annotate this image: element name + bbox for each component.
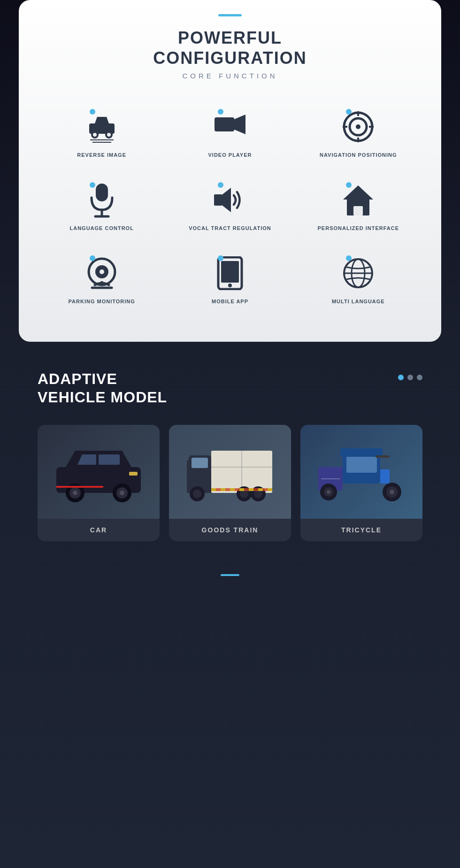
svg-rect-58 <box>211 488 216 491</box>
feature-vocal-tract: VOCAL TRACT REGULATION <box>166 172 294 240</box>
webcam-icon <box>85 257 118 290</box>
card-subtitle: CORE FUNCTION <box>28 72 432 80</box>
feature-language-control: LANGUAGE CONTROL <box>38 172 166 240</box>
svg-rect-59 <box>221 488 225 491</box>
globe-icon <box>342 257 375 290</box>
tricycle-label: TRICYCLE <box>334 519 389 541</box>
svg-rect-61 <box>239 488 244 491</box>
vehicle-card-car[interactable]: CAR <box>38 425 160 541</box>
svg-rect-30 <box>221 261 239 283</box>
adaptive-section: ADAPTIVE VEHICLE MODEL <box>0 342 460 560</box>
svg-rect-69 <box>376 455 390 458</box>
bottom-bar <box>0 560 460 585</box>
adaptive-title: ADAPTIVE VEHICLE MODEL <box>38 370 167 406</box>
svg-point-2 <box>93 133 97 137</box>
feature-dot <box>90 182 95 188</box>
car-reverse-icon <box>85 110 118 143</box>
svg-point-15 <box>356 124 360 129</box>
svg-point-39 <box>73 491 77 495</box>
feature-reverse-image: REVERSE IMAGE <box>38 99 166 167</box>
pagination-dot-2[interactable] <box>407 375 413 380</box>
svg-point-72 <box>390 490 394 494</box>
vocal-tract-label: VOCAL TRACT REGULATION <box>189 225 271 231</box>
tablet-icon <box>216 256 244 290</box>
svg-point-4 <box>107 133 111 137</box>
pagination-dot-1[interactable] <box>398 375 404 380</box>
car-label: CAR <box>83 519 115 541</box>
microphone-icon <box>88 183 116 218</box>
adaptive-header: ADAPTIVE VEHICLE MODEL <box>38 370 422 406</box>
feature-mobile-app: MOBILE APP <box>166 245 294 314</box>
feature-multi-language: MULTI LANGUAGE <box>294 245 422 314</box>
vehicle-image-truck <box>169 425 291 519</box>
svg-point-52 <box>193 490 201 498</box>
feature-parking-monitoring: PARKING MONITORING <box>38 245 166 314</box>
truck-vehicle-icon <box>183 441 277 502</box>
svg-rect-36 <box>99 454 120 465</box>
features-grid: REVERSE IMAGE VIDEO PLAYER <box>28 99 432 314</box>
svg-marker-20 <box>222 188 231 212</box>
svg-rect-47 <box>192 458 208 468</box>
goods-train-label: GOODS TRAIN <box>194 519 266 541</box>
tricycle-vehicle-icon <box>314 441 408 502</box>
reverse-image-label: REVERSE IMAGE <box>77 152 126 158</box>
svg-rect-7 <box>215 117 234 131</box>
navigation-label: NAVIGATION POSITIONING <box>320 152 397 158</box>
parking-monitoring-label: PARKING MONITORING <box>69 299 135 304</box>
svg-point-31 <box>228 284 232 287</box>
personalized-interface-label: PERSONALIZED INTERFACE <box>318 225 399 231</box>
feature-navigation: NAVIGATION POSITIONING <box>294 99 422 167</box>
feature-personalized-interface: PERSONALIZED INTERFACE <box>294 172 422 240</box>
svg-point-26 <box>100 269 104 274</box>
card-title: POWERFUL CONFIGURATION <box>28 28 432 68</box>
feature-video-player: VIDEO PLAYER <box>166 99 294 167</box>
pagination-dots <box>398 370 422 380</box>
svg-rect-63 <box>258 488 263 491</box>
vehicle-image-tricycle <box>300 425 422 519</box>
video-player-label: VIDEO PLAYER <box>208 152 252 158</box>
video-camera-icon <box>214 113 246 141</box>
feature-dot <box>90 255 95 261</box>
feature-dot <box>90 109 95 115</box>
car-vehicle-icon <box>52 441 146 502</box>
home-icon <box>342 184 374 216</box>
vehicles-grid: CAR <box>38 425 422 541</box>
language-control-label: LANGUAGE CONTROL <box>69 225 133 231</box>
multi-language-label: MULTI LANGUAGE <box>332 299 385 304</box>
mobile-app-label: MOBILE APP <box>212 299 248 304</box>
vehicle-card-tricycle[interactable]: TRICYCLE <box>300 425 422 541</box>
svg-rect-60 <box>230 488 235 491</box>
svg-point-75 <box>327 490 330 494</box>
svg-rect-62 <box>249 488 253 491</box>
svg-rect-44 <box>56 486 103 488</box>
pagination-dot-3[interactable] <box>417 375 422 380</box>
vehicle-card-goods-train[interactable]: GOODS TRAIN <box>169 425 291 541</box>
svg-rect-19 <box>214 194 222 206</box>
bottom-indicator <box>221 574 239 576</box>
vehicle-image-car <box>38 425 160 519</box>
config-card: POWERFUL CONFIGURATION CORE FUNCTION <box>19 0 441 342</box>
accent-bar <box>218 14 242 16</box>
svg-marker-8 <box>234 115 245 134</box>
speaker-icon <box>213 185 247 215</box>
target-circle-icon <box>342 110 375 143</box>
svg-rect-16 <box>96 184 108 201</box>
svg-rect-66 <box>346 456 377 473</box>
svg-rect-23 <box>353 206 363 215</box>
svg-rect-77 <box>380 469 390 484</box>
svg-point-42 <box>120 491 124 495</box>
svg-rect-64 <box>268 488 272 491</box>
svg-rect-43 <box>129 472 138 476</box>
